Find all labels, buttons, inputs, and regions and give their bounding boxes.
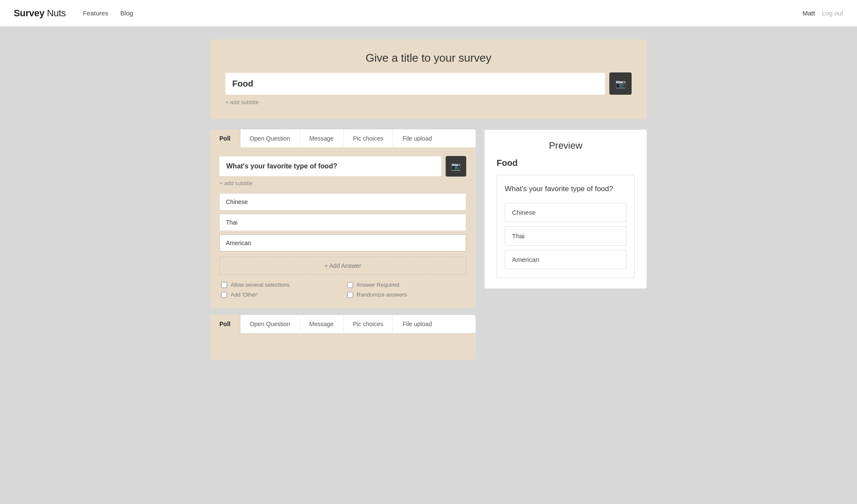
preview-question-text: What's your favorite type of food?	[505, 184, 626, 194]
preview-panel: Preview Food What's your favorite type o…	[484, 129, 647, 289]
preview-answers: Chinese Thai American	[505, 203, 626, 269]
answer-required-checkbox[interactable]	[347, 282, 353, 288]
page-background: Give a title to your survey 📷 + add subt…	[0, 27, 857, 504]
preview-heading: Preview	[497, 140, 635, 151]
question-card-2: Poll Open Question Message Pic choices F…	[210, 315, 476, 360]
allow-several-label: Allow several selections	[231, 282, 290, 288]
add-answer-button[interactable]: + Add Answer	[219, 257, 466, 275]
randomize-label: Randomize answers	[357, 291, 407, 298]
preview-answer-1: Thai	[505, 226, 626, 246]
question-add-subtitle[interactable]: + add subtitle	[219, 180, 466, 186]
add-subtitle-link[interactable]: + add subtitle	[225, 99, 632, 105]
brand-light: Nuts	[47, 8, 66, 18]
tab2-poll[interactable]: Poll	[210, 315, 240, 333]
allow-several-checkbox[interactable]	[221, 282, 227, 288]
logout-button[interactable]: Log out	[822, 9, 843, 17]
options-row: Allow several selections Answer Required…	[219, 282, 466, 298]
tab-file-upload[interactable]: File upload	[393, 129, 441, 147]
username: Matt	[803, 9, 815, 17]
option-answer-required[interactable]: Answer Required	[347, 282, 464, 288]
option-add-other[interactable]: Add 'Other'	[221, 291, 339, 298]
nav-features[interactable]: Features	[83, 9, 108, 17]
question-card-1: Poll Open Question Message Pic choices F…	[210, 129, 476, 308]
tab2-file-upload[interactable]: File upload	[393, 315, 441, 333]
nav-blog[interactable]: Blog	[120, 9, 133, 17]
tab2-message[interactable]: Message	[300, 315, 344, 333]
option-allow-several[interactable]: Allow several selections	[221, 282, 339, 288]
title-card-heading: Give a title to your survey	[225, 51, 632, 65]
answer-input-1[interactable]	[219, 214, 466, 231]
main-layout: Poll Open Question Message Pic choices F…	[210, 129, 647, 360]
question-tabs: Poll Open Question Message Pic choices F…	[210, 129, 476, 148]
tab-pic-choices[interactable]: Pic choices	[344, 129, 393, 147]
survey-title-input[interactable]	[225, 73, 605, 95]
tab2-open-question[interactable]: Open Question	[240, 315, 300, 333]
answers-list	[219, 193, 466, 252]
page-center: Give a title to your survey 📷 + add subt…	[201, 39, 656, 360]
preview-answer-2: American	[505, 250, 626, 269]
tab-poll[interactable]: Poll	[210, 129, 240, 147]
preview-question-card: What's your favorite type of food? Chine…	[497, 175, 635, 278]
answer-input-2[interactable]	[219, 234, 466, 252]
randomize-checkbox[interactable]	[347, 292, 353, 298]
question-tabs-2: Poll Open Question Message Pic choices F…	[210, 315, 476, 334]
preview-answer-0: Chinese	[505, 203, 626, 222]
tab2-pic-choices[interactable]: Pic choices	[344, 315, 393, 333]
navbar-right: Matt Log out	[803, 9, 843, 17]
question-text-input[interactable]	[219, 156, 441, 176]
q-camera-icon: 📷	[451, 162, 461, 171]
answer-required-label: Answer Required	[357, 282, 399, 288]
camera-icon: 📷	[615, 78, 626, 89]
option-randomize[interactable]: Randomize answers	[347, 291, 464, 298]
question-input-row: 📷	[219, 156, 466, 177]
left-panel: Poll Open Question Message Pic choices F…	[210, 129, 476, 360]
question-camera-button[interactable]: 📷	[446, 156, 466, 177]
navbar: Survey Nuts Features Blog Matt Log out	[0, 0, 857, 27]
question-body: 📷 + add subtitle + Add Answer	[210, 148, 476, 298]
add-other-label: Add 'Other'	[231, 291, 258, 298]
title-input-row: 📷	[225, 72, 632, 95]
title-camera-button[interactable]: 📷	[609, 72, 632, 95]
tab-message[interactable]: Message	[300, 129, 344, 147]
preview-survey-title: Food	[497, 158, 635, 168]
survey-title-card: Give a title to your survey 📷 + add subt…	[210, 39, 647, 119]
tab-open-question[interactable]: Open Question	[240, 129, 300, 147]
nav-links: Features Blog	[83, 9, 802, 17]
add-other-checkbox[interactable]	[221, 292, 227, 298]
brand-logo: Survey Nuts	[14, 8, 66, 19]
brand-bold: Survey	[14, 8, 45, 18]
answer-input-0[interactable]	[219, 193, 466, 210]
